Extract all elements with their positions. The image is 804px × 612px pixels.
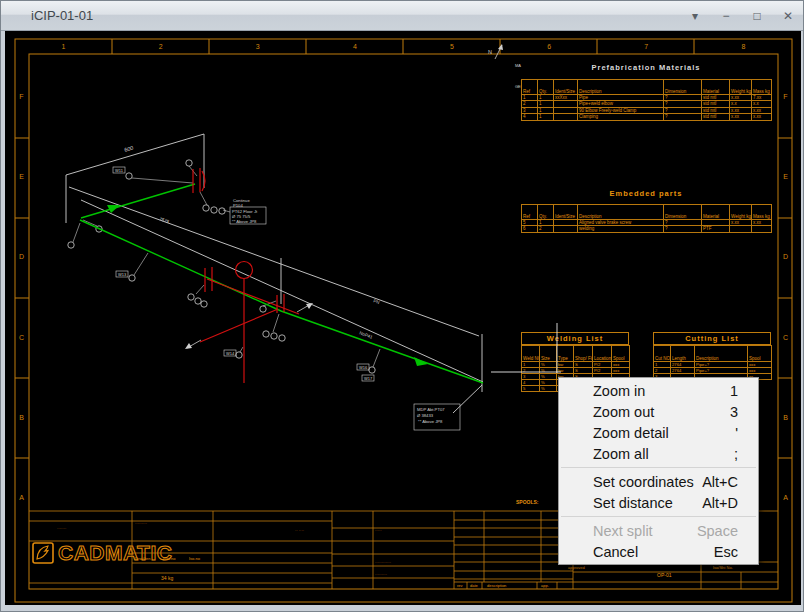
zone-letter: F bbox=[779, 56, 792, 136]
column-header: Dimension bbox=[664, 80, 702, 95]
zone-number: 1 bbox=[15, 40, 112, 53]
app-label: app. bbox=[541, 583, 549, 588]
column-header: Dimension bbox=[664, 205, 702, 220]
maximize-icon[interactable]: □ bbox=[750, 9, 764, 23]
prefab-table: RefQty.Ident/SizeDescriptionDimensionMat… bbox=[521, 79, 772, 121]
date-label: date bbox=[470, 583, 478, 588]
title-bar[interactable]: iCIP-01-01 ▾ − □ ✕ bbox=[1, 1, 804, 31]
zone-letter: A bbox=[15, 458, 28, 538]
column-header: Description bbox=[578, 80, 664, 95]
zone-letter: C bbox=[15, 297, 28, 377]
zone-number: 2 bbox=[112, 40, 209, 53]
description-label: description bbox=[487, 583, 506, 588]
approved-label: approved bbox=[568, 565, 585, 570]
field-value: ·· ···· bbox=[295, 528, 304, 533]
zone-number: 3 bbox=[209, 40, 306, 53]
rev-label: rev bbox=[457, 583, 463, 588]
table-cell: 5 bbox=[522, 386, 540, 392]
prefab-table-title: Prefabrication Materials bbox=[521, 63, 771, 72]
column-header: Ref bbox=[522, 80, 538, 95]
close-icon[interactable]: ✕ bbox=[781, 9, 795, 23]
table-cell bbox=[554, 226, 578, 232]
window-menu-icon[interactable]: ▾ bbox=[688, 9, 702, 23]
zone-letter: A bbox=[779, 458, 792, 538]
table-cell: std mtl bbox=[702, 114, 730, 120]
table-cell: % bbox=[540, 386, 557, 392]
table-cell bbox=[554, 114, 578, 120]
zone-number: 5 bbox=[404, 40, 501, 53]
column-header: Material bbox=[702, 205, 730, 220]
column-header: Qty. bbox=[538, 205, 554, 220]
field-value: ············ bbox=[375, 560, 391, 565]
table-cell: ? bbox=[664, 226, 702, 232]
menu-separator bbox=[561, 467, 756, 468]
window-title: iCIP-01-01 bbox=[31, 8, 93, 23]
column-header: Spool bbox=[612, 346, 630, 362]
minimize-icon[interactable]: − bbox=[719, 9, 733, 23]
column-header: Spool bbox=[748, 346, 772, 362]
embedded-table: RefQty.Ident/SizeDescriptionDimensionMat… bbox=[521, 204, 772, 233]
table-cell: 1 bbox=[538, 114, 554, 120]
column-header: Description bbox=[695, 346, 748, 362]
field-label: Iso.no bbox=[189, 556, 200, 561]
zone-letter: D bbox=[779, 217, 792, 297]
column-header: Qty. bbox=[538, 80, 554, 95]
cutting-table: Cut NO.LengthDescriptionSpool 12764Pipe+… bbox=[653, 345, 772, 380]
table-cell: 6 bbox=[522, 226, 538, 232]
menu-item-cancel[interactable]: CancelEsc bbox=[559, 541, 758, 562]
column-header: Location bbox=[593, 346, 612, 362]
field-value: ········· bbox=[375, 572, 387, 577]
table-cell: 2 bbox=[538, 226, 554, 232]
field-value: ······· bbox=[57, 526, 66, 531]
zone-letter: B bbox=[15, 377, 28, 457]
zone-number: 7 bbox=[598, 40, 695, 53]
column-header: Shop/ Field bbox=[574, 346, 593, 362]
context-menu: Zoom in1 Zoom out3 Zoom detail' Zoom all… bbox=[558, 377, 759, 565]
column-header: Ident/Size bbox=[554, 205, 578, 220]
field-value: ····· bbox=[375, 528, 382, 533]
zone-number: 8 bbox=[695, 40, 792, 53]
menu-item-zoom-detail[interactable]: Zoom detail' bbox=[559, 422, 758, 443]
menu-item-zoom-all[interactable]: Zoom all; bbox=[559, 443, 758, 464]
zone-letter: F bbox=[15, 56, 28, 136]
embedded-table-title: Embedded parts bbox=[521, 189, 771, 198]
zone-number: 6 bbox=[501, 40, 598, 53]
zone-letter: D bbox=[15, 217, 28, 297]
menu-item-set-distance[interactable]: Set distanceAlt+D bbox=[559, 492, 758, 513]
table-cell bbox=[730, 226, 752, 232]
column-header: Mass kg bbox=[752, 80, 772, 95]
table-cell: Clamping bbox=[578, 114, 664, 120]
zone-letter: C bbox=[779, 297, 792, 377]
zone-letter: B bbox=[779, 377, 792, 457]
column-header: Mass kg bbox=[752, 205, 772, 220]
column-header: Weight kg/pcs bbox=[730, 205, 752, 220]
sheet-left-zone-letters: FEDCBA bbox=[15, 56, 28, 538]
welding-table-title: Welding List bbox=[521, 332, 629, 345]
cutting-table-title: Cutting List bbox=[653, 332, 771, 345]
zone-number: 4 bbox=[306, 40, 403, 53]
sheet-top-zone-numbers: 12345678 bbox=[15, 40, 792, 53]
column-header: Weld NO. bbox=[522, 346, 540, 362]
table-cell: welding bbox=[578, 226, 664, 232]
cadmatic-logo: CADMATIC bbox=[32, 542, 172, 564]
table-cell: PTF bbox=[702, 226, 730, 232]
menu-item-zoom-in[interactable]: Zoom in1 bbox=[559, 380, 758, 401]
column-header: Weight kg/pcs bbox=[730, 80, 752, 95]
column-header: Ref bbox=[522, 205, 538, 220]
menu-item-zoom-out[interactable]: Zoom out3 bbox=[559, 401, 758, 422]
spools-label: SPOOLS: bbox=[516, 499, 539, 505]
zone-letter: E bbox=[15, 136, 28, 216]
cadmatic-logo-text: CADMATIC bbox=[58, 543, 172, 563]
column-header: Size bbox=[540, 346, 557, 362]
table-cell: x.xx bbox=[730, 114, 752, 120]
table-cell: ? bbox=[664, 114, 702, 120]
column-header: Type bbox=[557, 346, 574, 362]
column-header: Length bbox=[671, 346, 695, 362]
table-row: 41Clamping?std mtlx.xxx.xx bbox=[522, 114, 772, 120]
cadmatic-logo-icon bbox=[32, 542, 54, 564]
column-header: Ident/Size bbox=[554, 80, 578, 95]
window-controls: ▾ − □ ✕ bbox=[688, 1, 795, 31]
menu-item-set-coordinates[interactable]: Set coordinatesAlt+C bbox=[559, 471, 758, 492]
weight-value: 34 kg bbox=[161, 575, 173, 581]
column-header: Cut NO. bbox=[654, 346, 671, 362]
